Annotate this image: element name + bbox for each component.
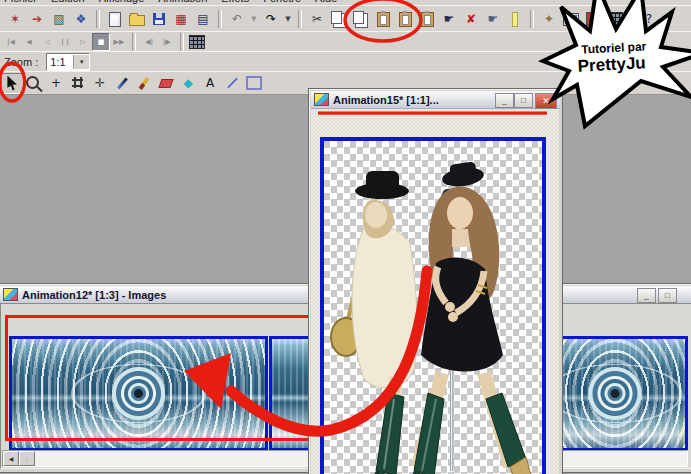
menu-edition[interactable]: Edition <box>51 0 85 4</box>
arrow-tool-button[interactable] <box>1 73 23 94</box>
animation-properties-button[interactable]: ▤ <box>192 9 214 29</box>
animation-palette-button[interactable] <box>582 9 604 29</box>
frame-properties-button[interactable]: ▦ <box>170 9 192 29</box>
animation15-close-button[interactable]: ✕ <box>535 93 557 109</box>
animation15-minimize-button[interactable]: _ <box>495 93 514 108</box>
view-animation-button[interactable] <box>560 9 582 29</box>
pause-button[interactable]: | | <box>56 33 74 51</box>
copy-icon <box>331 11 342 24</box>
menu-fentre[interactable]: Fenêtre <box>263 0 301 4</box>
shape-tool-icon <box>246 76 262 90</box>
menu-aide[interactable]: Aide <box>315 0 337 4</box>
go-to-last-frame-icon: ▶▶ <box>114 39 125 46</box>
go-to-first-frame-button[interactable]: |◀ <box>2 33 20 51</box>
copy-button[interactable] <box>328 9 350 29</box>
line-tool-button[interactable] <box>221 73 243 94</box>
save-animation-button[interactable] <box>148 9 170 29</box>
new-animation-button[interactable] <box>104 9 126 29</box>
animation15-maximize-button[interactable]: □ <box>514 93 533 108</box>
animation12-minimize-button[interactable]: _ <box>637 288 656 303</box>
scroll-left-button[interactable]: ◀ <box>3 451 19 466</box>
frame-3-thumbnail <box>545 339 685 448</box>
redo-dropdown-button[interactable]: ▼ <box>282 9 294 29</box>
scrollbar-thumb[interactable]: ▯ <box>19 451 35 466</box>
go-to-last-frame-button[interactable]: ▶▶ <box>110 33 128 51</box>
transition-wizard-button[interactable]: ▧ <box>48 9 70 29</box>
frame-3[interactable] <box>542 336 688 451</box>
zoom-toolbar: Zoom : 1:1 ▼ <box>0 51 691 73</box>
undo-button[interactable]: ↶ <box>226 9 248 29</box>
context-help-button[interactable]: ? <box>638 9 660 29</box>
delete-frames-icon: ✘ <box>466 13 476 25</box>
menu-effets[interactable]: Effets <box>221 0 249 4</box>
zoom-dropdown-arrow-icon[interactable]: ▼ <box>73 55 89 69</box>
flood-fill-tool-button[interactable]: ◆ <box>177 73 199 94</box>
zoom-tool-icon <box>26 76 39 89</box>
undo-icon: ↶ <box>232 13 242 25</box>
zoom-tool-button[interactable] <box>23 73 45 94</box>
play-button[interactable]: ▷ <box>74 33 92 51</box>
previous-frame-button[interactable]: ◀ <box>20 33 38 51</box>
toggle-vcr-controls-button[interactable] <box>188 33 206 51</box>
paste-after-current-button[interactable] <box>416 9 438 29</box>
eyedropper-tool-icon <box>117 77 128 89</box>
text-tool-button[interactable]: A <box>199 73 221 94</box>
play-reverse-button[interactable]: ◁ <box>38 33 56 51</box>
animation-shop-app-icon <box>314 93 329 106</box>
eraser-tool-icon <box>158 79 173 88</box>
animation-shop-app-icon <box>3 288 18 301</box>
delete-frames-button[interactable]: ✘ <box>460 9 482 29</box>
move-tool-button[interactable]: ✛ <box>89 73 111 94</box>
paste-as-new-animation-button[interactable] <box>372 9 394 29</box>
play-icon: ▷ <box>80 39 85 46</box>
animation-wizard-button[interactable]: ✶ <box>4 9 26 29</box>
crop-tool-button[interactable] <box>67 73 89 94</box>
animation-palette-icon <box>586 12 600 26</box>
banner-wizard-button[interactable]: ➔ <box>26 9 48 29</box>
window-animation15[interactable]: Animation15* [1:1]... _ □ ✕ <box>308 88 563 474</box>
animation12-title: Animation12* [1:3] - Images <box>22 289 166 301</box>
step-back-button[interactable]: ◀| <box>140 33 158 51</box>
duplicate-frame-button[interactable]: ☛ <box>482 9 504 29</box>
animation15-canvas-area <box>311 109 559 474</box>
undo-dropdown-icon: ▼ <box>251 16 256 23</box>
paint-brush-tool-button[interactable] <box>133 73 155 94</box>
pause-icon: | | <box>61 39 69 46</box>
copy-merged-button[interactable] <box>350 9 372 29</box>
optimization-wizard-button[interactable]: ✦ <box>538 9 560 29</box>
stop-button[interactable]: ■ <box>92 33 110 51</box>
insert-frames-button[interactable] <box>504 9 526 29</box>
open-animation-button[interactable] <box>126 9 148 29</box>
shape-tool-button[interactable] <box>243 73 265 94</box>
menu-fichier[interactable]: Fichier <box>4 0 37 4</box>
animation12-maximize-button[interactable]: □ <box>658 288 677 303</box>
copy-merged-icon <box>353 11 364 24</box>
animation-properties-icon: ▤ <box>197 13 208 25</box>
context-help-icon: ? <box>646 13 652 25</box>
selected-frame-canvas[interactable] <box>320 137 546 474</box>
toolbar-separator <box>96 10 100 28</box>
cut-icon: ✂ <box>312 13 322 25</box>
menu-affichage[interactable]: Affichage <box>99 0 145 4</box>
frame-browser-button[interactable] <box>604 9 626 29</box>
paint-brush-tool-icon <box>139 77 150 90</box>
paste-before-current-button[interactable] <box>394 9 416 29</box>
toggle-vcr-controls-icon <box>189 35 205 49</box>
undo-dropdown-button[interactable]: ▼ <box>248 9 260 29</box>
step-forward-button[interactable]: |▶ <box>158 33 176 51</box>
view-animation-icon <box>563 13 579 26</box>
zoom-label: Zoom : <box>4 56 38 68</box>
frame-1[interactable] <box>9 336 268 451</box>
eyedropper-tool-button[interactable] <box>111 73 133 94</box>
cut-button[interactable]: ✂ <box>306 9 328 29</box>
propagate-paste-button[interactable]: ☛ <box>438 9 460 29</box>
browse-animations-button[interactable]: ❖ <box>70 9 92 29</box>
zoom-dropdown[interactable]: 1:1 ▼ <box>46 53 90 71</box>
redo-button[interactable]: ↷ <box>260 9 282 29</box>
propagate-paste-icon: ☛ <box>444 13 455 25</box>
transition-wizard-icon: ▧ <box>53 13 64 25</box>
stop-icon: ■ <box>98 39 105 46</box>
registration-mark-tool-button[interactable]: + <box>45 73 67 94</box>
eraser-tool-button[interactable] <box>155 73 177 94</box>
menu-animation[interactable]: Animation <box>158 0 207 4</box>
